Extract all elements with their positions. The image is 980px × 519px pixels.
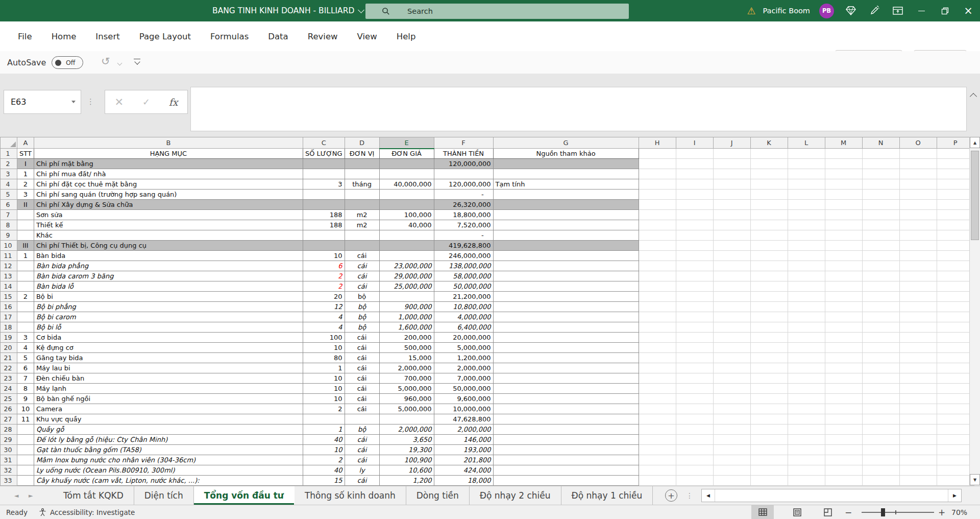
cell-P28[interactable] [937,424,974,435]
cell-C12[interactable]: 6 [303,261,345,271]
cell-O27[interactable] [899,414,937,424]
menu-tab-7[interactable]: View [348,32,387,41]
cell-C1[interactable]: SỐ LƯỢNG [303,149,345,159]
cell-P13[interactable] [937,271,974,281]
sheet-tab-0[interactable]: Tóm tắt KQKD [53,486,134,505]
column-header-L[interactable]: L [788,137,825,149]
column-header-I[interactable]: I [676,137,713,149]
undo-dropdown-icon[interactable] [117,61,122,66]
cell-J5[interactable] [713,190,750,200]
formula-input[interactable] [190,87,967,131]
cell-O28[interactable] [899,424,937,435]
cell-N27[interactable] [862,414,899,424]
cell-O29[interactable] [899,435,937,445]
column-header-M[interactable]: M [825,137,862,149]
cell-G4[interactable]: Tạm tính [493,179,639,190]
cell-C30[interactable]: 10 [303,445,345,455]
cell-P6[interactable] [937,200,974,210]
cell-M30[interactable] [825,445,862,455]
cell-F8[interactable]: 7,520,000 [434,220,493,230]
cell-M8[interactable] [825,220,862,230]
cell-G13[interactable] [493,271,639,281]
cell-B20[interactable]: Kệ đựng cơ [34,343,303,353]
cell-I25[interactable] [676,394,713,404]
cell-O13[interactable] [899,271,937,281]
cell-L23[interactable] [788,373,825,384]
cell-D9[interactable] [345,230,379,241]
cell-C4[interactable]: 3 [303,179,345,190]
cell-O15[interactable] [899,292,937,302]
zoom-slider-thumb[interactable] [881,508,885,516]
cell-H21[interactable] [639,353,676,363]
cell-B19[interactable]: Cơ bida [34,333,303,343]
cell-N12[interactable] [862,261,899,271]
sheet-scroll-left-icon[interactable]: ◄ [14,486,18,505]
cell-C32[interactable]: 40 [303,465,345,476]
cell-I32[interactable] [676,465,713,476]
menu-tab-4[interactable]: Formulas [201,32,258,41]
cell-E21[interactable]: 15,000 [379,353,434,363]
cell-M17[interactable] [825,312,862,322]
cell-N32[interactable] [862,465,899,476]
cell-B8[interactable]: Thiết kế [34,220,303,230]
cell-I19[interactable] [676,333,713,343]
cell-D26[interactable]: cái [345,404,379,414]
row-header-6[interactable]: 6 [1,200,17,210]
cell-G3[interactable] [493,169,639,179]
cell-C25[interactable]: 10 [303,394,345,404]
cell-B12[interactable]: Bàn bida phẳng [34,261,303,271]
cell-H3[interactable] [639,169,676,179]
cell-H9[interactable] [639,230,676,241]
cell-C22[interactable]: 1 [303,363,345,373]
cell-A27[interactable]: 11 [17,414,34,424]
cell-B22[interactable]: Máy lau bi [34,363,303,373]
row-header-20[interactable]: 20 [1,343,17,353]
cell-H31[interactable] [639,455,676,465]
cell-J16[interactable] [713,302,750,312]
row-header-30[interactable]: 30 [1,445,17,455]
cell-M16[interactable] [825,302,862,312]
cell-G12[interactable] [493,261,639,271]
cell-N24[interactable] [862,384,899,394]
cell-K14[interactable] [750,281,788,292]
cell-N6[interactable] [862,200,899,210]
cell-M6[interactable] [825,200,862,210]
cell-A16[interactable] [17,302,34,312]
cell-A8[interactable] [17,220,34,230]
cell-L5[interactable] [788,190,825,200]
cell-K3[interactable] [750,169,788,179]
cell-D17[interactable]: bộ [345,312,379,322]
cell-N7[interactable] [862,210,899,220]
cell-O14[interactable] [899,281,937,292]
cell-J18[interactable] [713,322,750,333]
cell-J12[interactable] [713,261,750,271]
gem-icon[interactable] [839,0,863,21]
cell-C31[interactable]: 2 [303,455,345,465]
cell-D15[interactable]: bộ [345,292,379,302]
cell-O11[interactable] [899,251,937,261]
cell-G7[interactable] [493,210,639,220]
cell-L26[interactable] [788,404,825,414]
cell-M25[interactable] [825,394,862,404]
row-header-11[interactable]: 11 [1,251,17,261]
cell-N9[interactable] [862,230,899,241]
cell-P26[interactable] [937,404,974,414]
cell-I18[interactable] [676,322,713,333]
close-button[interactable]: × [957,0,980,21]
cell-K7[interactable] [750,210,788,220]
row-header-18[interactable]: 18 [1,322,17,333]
cell-J29[interactable] [713,435,750,445]
sheet-tab-1[interactable]: Diện tích [134,486,194,505]
cell-L6[interactable] [788,200,825,210]
sheet-tab-6[interactable]: Độ nhạy 1 chiều [561,486,653,505]
cell-E28[interactable]: 2,000,000 [379,424,434,435]
cell-H20[interactable] [639,343,676,353]
cell-J23[interactable] [713,373,750,384]
cell-P32[interactable] [937,465,974,476]
cell-A21[interactable]: 5 [17,353,34,363]
row-header-14[interactable]: 14 [1,281,17,292]
cell-L22[interactable] [788,363,825,373]
cell-O23[interactable] [899,373,937,384]
cell-B29[interactable]: Đế lót ly bằng gỗ (hiệu: Cty Chân Minh) [34,435,303,445]
cell-H8[interactable] [639,220,676,230]
